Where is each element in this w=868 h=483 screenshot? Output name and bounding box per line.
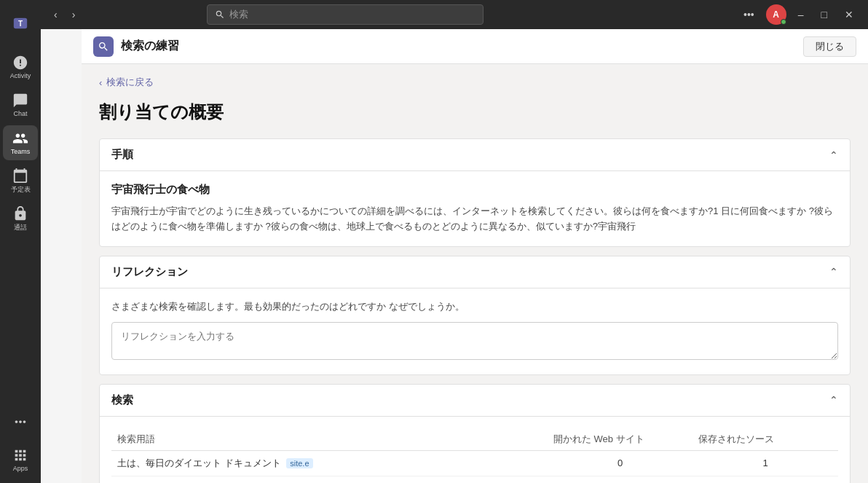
more-options-button[interactable]: ••• [738, 6, 760, 23]
search-term-1: 土は、毎日のダイエット ドキュメント site.e [111, 450, 548, 476]
close-window-button[interactable]: ✕ [839, 6, 859, 23]
content-area: ‹ 検索に戻る 割り当ての概要 手順 ⌃ 宇宙飛行士の食べ物 宇宙飛行士が宇宙で… [82, 64, 868, 483]
sidebar: T Activity Chat Teams 予定表 通話 Apps [0, 0, 41, 483]
sidebar-item-apps-label: Apps [13, 465, 28, 472]
sidebar-item-calendar[interactable]: 予定表 [3, 163, 38, 198]
avatar-status-indicator [781, 19, 786, 25]
sidebar-item-apps[interactable]: Apps [3, 442, 38, 477]
sidebar-item-teams-logo[interactable]: T [3, 6, 38, 41]
avatar[interactable]: A [766, 4, 786, 25]
section-steps-body: 宇宙飛行士の食べ物 宇宙飛行士が宇宙でどのように生き残っているかについての詳細を… [100, 171, 850, 246]
src-count-2: 0 [693, 476, 838, 483]
close-app-button[interactable]: 閉じる [803, 36, 856, 57]
reflection-prompt: さまざまな検索を確認します。最も効果的だったのはどれですか なぜでしょうか。 [111, 300, 838, 313]
svg-text:T: T [18, 20, 23, 28]
section-reflection-body: さまざまな検索を確認します。最も効果的だったのはどれですか なぜでしょうか。 [100, 288, 850, 374]
app-icon [93, 36, 114, 57]
sidebar-item-chat[interactable]: Chat [3, 87, 38, 122]
badge-site-e: site.e [286, 458, 312, 468]
section-steps-title: 手順 [111, 148, 133, 162]
reflection-input[interactable] [111, 322, 838, 360]
back-link[interactable]: ‹ 検索に戻る [99, 76, 851, 89]
web-count-2: 0 [548, 476, 693, 483]
back-nav-button[interactable]: ‹ [50, 6, 62, 23]
section-search-chevron-icon: ⌃ [829, 394, 838, 406]
section-reflection-header[interactable]: リフレクション ⌃ [100, 256, 850, 288]
sidebar-item-calendar-label: 予定表 [11, 185, 31, 195]
section-search-title: 検索 [111, 393, 133, 407]
back-link-text: 検索に戻る [106, 76, 154, 89]
section-steps-header[interactable]: 手順 ⌃ [100, 139, 850, 171]
maximize-button[interactable]: □ [816, 6, 833, 23]
nav-buttons: ‹ › [50, 6, 79, 23]
section-reflection-title: リフレクション [111, 265, 188, 279]
sidebar-item-chat-label: Chat [13, 110, 27, 117]
sidebar-item-more[interactable] [3, 404, 38, 439]
section-search-header[interactable]: 検索 ⌃ [100, 385, 850, 417]
search-term-2: du ドープ宇宙飛行士を食べる何 ppt 過去 24 時間 [111, 476, 548, 483]
search-table: 検索用語 開かれた Web サイト 保存されたソース 土は、毎日のダイエット ド… [111, 428, 838, 483]
section-search-body: 検索用語 開かれた Web サイト 保存されたソース 土は、毎日のダイエット ド… [100, 417, 850, 483]
section-steps: 手順 ⌃ 宇宙飛行士の食べ物 宇宙飛行士が宇宙でどのように生き残っているかについ… [99, 138, 851, 247]
sidebar-item-activity[interactable]: Activity [3, 50, 38, 85]
sidebar-item-calls[interactable]: 通話 [3, 201, 38, 236]
task-description: 宇宙飛行士が宇宙でどのように生き残っているかについての詳細を調べるには、インター… [111, 204, 838, 235]
table-row: 土は、毎日のダイエット ドキュメント site.e 0 1 [111, 450, 838, 476]
section-search: 検索 ⌃ 検索用語 開かれた Web サイト 保存されたソース [99, 384, 851, 483]
search-placeholder-text: 検索 [229, 8, 248, 21]
section-reflection-chevron-icon: ⌃ [829, 266, 838, 278]
col-header-term: 検索用語 [111, 428, 548, 451]
sidebar-item-teams[interactable]: Teams [3, 125, 38, 160]
table-row: du ドープ宇宙飛行士を食べる何 ppt 過去 24 時間 0 0 [111, 476, 838, 483]
forward-nav-button[interactable]: › [68, 6, 80, 23]
search-icon [215, 9, 225, 20]
sidebar-item-teams-label: Teams [11, 148, 31, 155]
web-count-1: 0 [548, 450, 693, 476]
col-header-src: 保存されたソース [693, 428, 838, 451]
app-header: 検索の練習 閉じる [82, 29, 868, 64]
section-steps-chevron-icon: ⌃ [829, 149, 838, 161]
global-search-bar[interactable]: 検索 [207, 4, 484, 25]
page-title: 割り当ての概要 [99, 101, 851, 124]
task-name: 宇宙飛行士の食べ物 [111, 183, 838, 197]
app-title: 検索の練習 [121, 39, 179, 54]
titlebar: ‹ › 検索 ••• A – □ ✕ [41, 0, 868, 29]
back-chevron-icon: ‹ [99, 77, 102, 88]
section-reflection: リフレクション ⌃ さまざまな検索を確認します。最も効果的だったのはどれですか … [99, 256, 851, 375]
sidebar-item-activity-label: Activity [10, 72, 31, 79]
src-count-1: 1 [693, 450, 838, 476]
col-header-web: 開かれた Web サイト [548, 428, 693, 451]
sidebar-item-calls-label: 通話 [14, 223, 27, 232]
titlebar-right: ••• A – □ ✕ [738, 4, 859, 25]
main-area: 検索の練習 閉じる ‹ 検索に戻る 割り当ての概要 手順 ⌃ 宇宙飛行士の食べ物… [82, 29, 868, 483]
minimize-button[interactable]: – [792, 6, 810, 23]
